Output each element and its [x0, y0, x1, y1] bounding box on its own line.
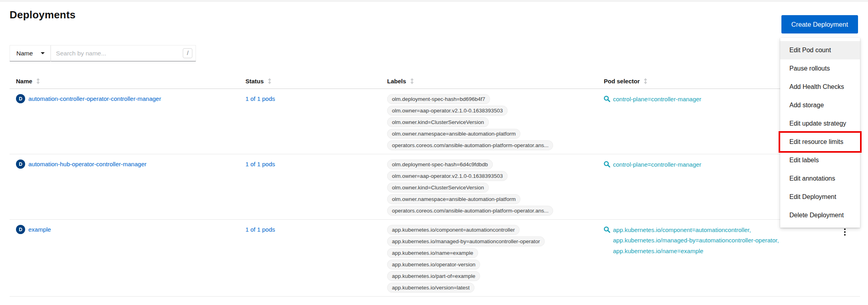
page-title: Deployments — [10, 9, 75, 21]
menu-item-edit-labels[interactable]: Edit labels — [780, 151, 860, 169]
pods-status-link[interactable]: 1 of 1 pods — [245, 161, 275, 167]
search-input[interactable] — [51, 45, 196, 61]
top-divider — [0, 1, 868, 1]
menu-item-edit-resource-limits[interactable]: Edit resource limits — [780, 133, 860, 151]
deployments-table: NameStatusLabelsPod selector Dautomation… — [10, 74, 860, 297]
menu-item-delete-deployment[interactable]: Delete Deployment — [780, 206, 860, 224]
pod-selector-line[interactable]: app.kubernetes.io/component=automationco… — [613, 225, 779, 235]
labels-cell: olm.deployment-spec-hash=6d4c9fdbdbolm.o… — [381, 154, 597, 219]
kebab-menu-button[interactable] — [842, 226, 848, 293]
filter-toolbar: Name / — [10, 45, 196, 61]
label-chip: olm.owner.kind=ClusterServiceVersion — [387, 117, 489, 127]
table-header-row: NameStatusLabelsPod selector — [10, 74, 860, 89]
menu-item-edit-pod-count[interactable]: Edit Pod count — [780, 41, 860, 59]
pod-selector-line[interactable]: app.kubernetes.io/name=example — [613, 246, 779, 256]
label-chip: olm.owner.kind=ClusterServiceVersion — [387, 183, 489, 193]
sort-icon — [36, 78, 40, 84]
deployment-link[interactable]: example — [28, 225, 51, 234]
search-selector-icon — [604, 226, 610, 233]
sort-icon — [410, 78, 414, 84]
actions-dropdown-menu: Edit Pod countPause rolloutsAdd Health C… — [780, 38, 860, 228]
search-field-wrap: / — [51, 45, 196, 61]
column-header-status[interactable]: Status — [239, 74, 381, 89]
label-chip: olm.deployment-spec-hash=6d4c9fdbdb — [387, 159, 493, 169]
name-cell: Dautomation-controller-operator-controll… — [10, 89, 239, 154]
label-chip: olm.owner.namespace=ansible-automation-p… — [387, 129, 520, 139]
label-chip: operators.coreos.com/ansible-automation-… — [387, 206, 553, 216]
labels-cell: app.kubernetes.io/component=automationco… — [381, 220, 597, 296]
create-deployment-button[interactable]: Create Deployment — [781, 15, 858, 33]
menu-item-pause-rollouts[interactable]: Pause rollouts — [780, 59, 860, 78]
label-chip: operators.coreos.com/ansible-automation-… — [387, 140, 553, 150]
status-cell: 1 of 1 pods — [239, 220, 381, 296]
deployment-resource-badge: D — [16, 94, 25, 103]
pod-selector-line[interactable]: control-plane=controller-manager — [613, 159, 701, 170]
status-cell: 1 of 1 pods — [239, 154, 381, 219]
search-shortcut-badge: / — [183, 48, 192, 58]
pod-selector-link[interactable]: control-plane=controller-manager — [613, 159, 701, 170]
deployment-resource-badge: D — [16, 225, 25, 234]
chevron-down-icon — [41, 52, 45, 54]
table-row: Dexample1 of 1 podsapp.kubernetes.io/com… — [10, 220, 860, 297]
label-chip: olm.owner=aap-operator.v2.1.0-0.16383935… — [387, 171, 508, 181]
column-header-label: Labels — [387, 78, 406, 85]
row-actions-cell — [830, 220, 860, 296]
menu-item-edit-annotations[interactable]: Edit annotations — [780, 169, 860, 188]
pod-selector-cell: app.kubernetes.io/component=automationco… — [597, 220, 830, 296]
label-chip: app.kubernetes.io/name=example — [387, 248, 478, 258]
pods-status-link[interactable]: 1 of 1 pods — [245, 226, 275, 233]
label-chip: olm.deployment-spec-hash=bd696b4f7 — [387, 94, 490, 104]
pods-status-link[interactable]: 1 of 1 pods — [245, 95, 275, 102]
labels-cell: olm.deployment-spec-hash=bd696b4f7olm.ow… — [381, 89, 597, 154]
label-chip: app.kubernetes.io/operator-version — [387, 260, 480, 270]
filter-type-dropdown[interactable]: Name — [10, 45, 51, 61]
status-cell: 1 of 1 pods — [239, 89, 381, 154]
filter-type-label: Name — [16, 50, 33, 57]
deployment-link[interactable]: automation-hub-operator-controller-manag… — [28, 159, 146, 169]
label-chip: app.kubernetes.io/version=latest — [387, 283, 475, 293]
column-header-labels[interactable]: Labels — [381, 74, 597, 89]
menu-item-edit-deployment[interactable]: Edit Deployment — [780, 188, 860, 206]
table-row: Dautomation-controller-operator-controll… — [10, 89, 860, 154]
deployment-link[interactable]: automation-controller-operator-controlle… — [28, 94, 161, 103]
menu-item-add-health-checks[interactable]: Add Health Checks — [780, 78, 860, 96]
deployments-page: Deployments Create Deployment Name / Nam… — [0, 0, 868, 305]
label-chip: app.kubernetes.io/managed-by=automationc… — [387, 236, 545, 246]
sort-icon — [268, 78, 271, 84]
menu-item-add-storage[interactable]: Add storage — [780, 96, 860, 114]
label-chip: olm.owner.namespace=ansible-automation-p… — [387, 194, 520, 204]
pod-selector-line[interactable]: control-plane=controller-manager — [613, 94, 701, 104]
sort-icon — [644, 78, 647, 84]
name-cell: Dexample — [10, 220, 239, 296]
column-header-label: Name — [16, 78, 32, 85]
label-chip: app.kubernetes.io/component=automationco… — [387, 225, 520, 235]
pod-selector-link[interactable]: app.kubernetes.io/component=automationco… — [613, 225, 779, 256]
pod-selector-link[interactable]: control-plane=controller-manager — [613, 94, 701, 104]
column-header-label: Pod selector — [604, 78, 640, 85]
menu-item-edit-update-strategy[interactable]: Edit update strategy — [780, 114, 860, 133]
table-row: Dautomation-hub-operator-controller-mana… — [10, 154, 860, 220]
search-selector-icon — [604, 161, 610, 167]
label-chip: olm.owner=aap-operator.v2.1.0-0.16383935… — [387, 106, 508, 116]
table-body: Dautomation-controller-operator-controll… — [10, 89, 860, 297]
column-header-label: Status — [245, 78, 264, 85]
deployment-resource-badge: D — [16, 159, 25, 169]
label-chip: app.kubernetes.io/part-of=example — [387, 271, 480, 281]
search-selector-icon — [604, 96, 610, 102]
column-header-name[interactable]: Name — [10, 74, 239, 89]
name-cell: Dautomation-hub-operator-controller-mana… — [10, 154, 239, 219]
pod-selector-line[interactable]: app.kubernetes.io/managed-by=automationc… — [613, 235, 779, 246]
